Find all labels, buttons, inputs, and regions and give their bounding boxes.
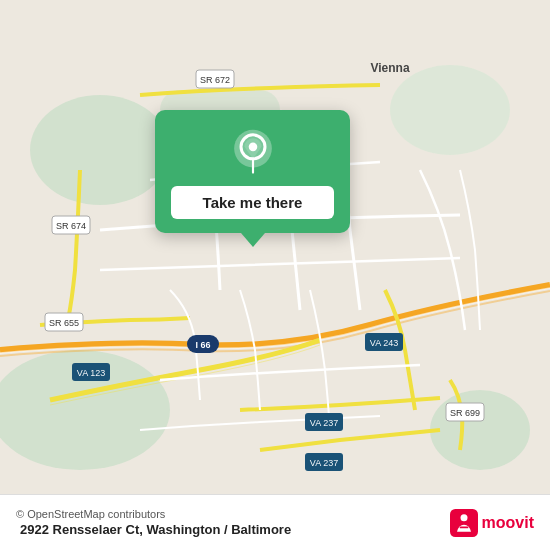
svg-rect-30 bbox=[459, 526, 468, 528]
address-text: 2922 Rensselaer Ct, Washington / Baltimo… bbox=[20, 522, 450, 537]
bottom-content: © OpenStreetMap contributors 2922 Rensse… bbox=[16, 508, 534, 537]
take-me-there-button[interactable]: Take me there bbox=[171, 186, 334, 219]
svg-text:SR 655: SR 655 bbox=[49, 318, 79, 328]
svg-text:I 66: I 66 bbox=[195, 340, 210, 350]
svg-text:VA 237: VA 237 bbox=[310, 458, 338, 468]
moovit-logo: moovit bbox=[450, 509, 534, 537]
svg-text:SR 699: SR 699 bbox=[450, 408, 480, 418]
svg-point-29 bbox=[460, 514, 467, 521]
map-container: SR 672 SR 674 SR 655 VA 123 I 66 VA 243 … bbox=[0, 0, 550, 550]
popup-card: Take me there bbox=[155, 110, 350, 233]
svg-text:VA 243: VA 243 bbox=[370, 338, 398, 348]
moovit-text: moovit bbox=[482, 514, 534, 532]
moovit-icon bbox=[450, 509, 478, 537]
svg-text:SR 672: SR 672 bbox=[200, 75, 230, 85]
map-svg: SR 672 SR 674 SR 655 VA 123 I 66 VA 243 … bbox=[0, 0, 550, 550]
svg-rect-28 bbox=[450, 509, 478, 537]
svg-point-3 bbox=[430, 390, 530, 470]
copyright-text: © OpenStreetMap contributors bbox=[16, 508, 450, 520]
svg-text:SR 674: SR 674 bbox=[56, 221, 86, 231]
svg-text:Vienna: Vienna bbox=[370, 61, 409, 75]
bottom-bar: © OpenStreetMap contributors 2922 Rensse… bbox=[0, 494, 550, 550]
svg-point-2 bbox=[390, 65, 510, 155]
svg-text:VA 237: VA 237 bbox=[310, 418, 338, 428]
location-pin-icon bbox=[229, 128, 277, 176]
svg-text:VA 123: VA 123 bbox=[77, 368, 105, 378]
svg-point-0 bbox=[30, 95, 170, 205]
